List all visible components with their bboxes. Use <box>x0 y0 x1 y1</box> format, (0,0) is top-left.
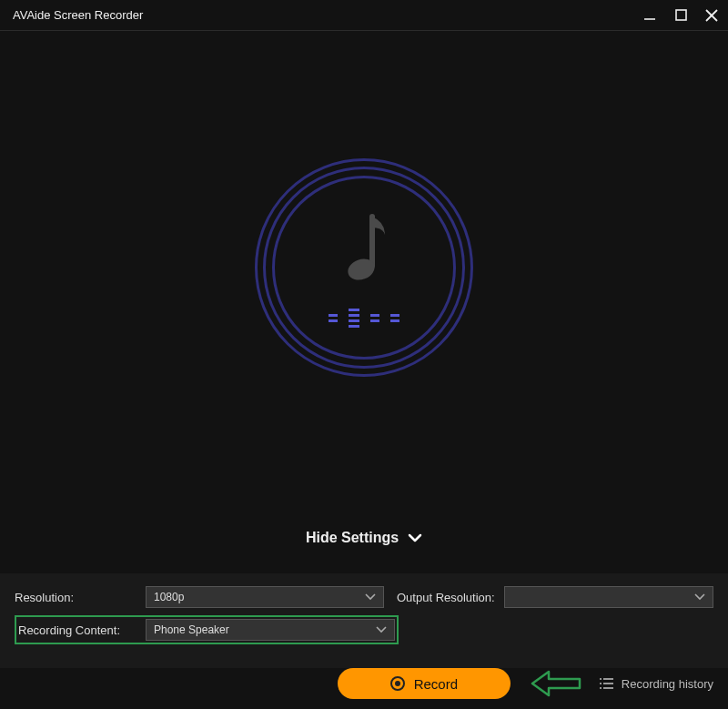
svg-point-9 <box>600 683 602 684</box>
settings-row-recording-content: Recording Content: Phone Speaker <box>15 615 713 644</box>
chevron-down-icon <box>376 626 387 633</box>
resolution-select[interactable]: 1080p <box>146 586 384 608</box>
window-controls <box>642 8 719 23</box>
maximize-icon <box>675 9 687 21</box>
recording-history-label: Recording history <box>622 677 713 691</box>
close-button[interactable] <box>704 8 719 23</box>
recording-content-label: Recording Content: <box>18 623 133 637</box>
list-icon <box>600 677 614 690</box>
settings-panel: Resolution: 1080p Output Resolution: Rec… <box>0 573 728 668</box>
chevron-down-icon <box>694 593 705 601</box>
recording-history-button[interactable]: Recording history <box>600 677 713 691</box>
arrow-annotation <box>529 668 581 699</box>
svg-rect-1 <box>676 10 686 20</box>
output-resolution-label: Output Resolution: <box>397 591 495 604</box>
chevron-down-icon <box>408 533 422 542</box>
settings-row-resolution: Resolution: 1080p Output Resolution: <box>15 586 713 608</box>
recording-content-select[interactable]: Phone Speaker <box>146 619 395 641</box>
bottom-bar: Record Recording history <box>0 668 728 699</box>
hide-settings-toggle[interactable]: Hide Settings <box>0 530 728 546</box>
arrow-left-icon <box>529 668 581 699</box>
record-icon <box>390 676 405 691</box>
titlebar: AVAide Screen Recorder <box>0 0 728 31</box>
maximize-button[interactable] <box>673 8 688 23</box>
equalizer-icon <box>329 309 399 328</box>
minimize-icon <box>643 9 656 22</box>
audio-visualizer <box>0 158 728 377</box>
minimize-button[interactable] <box>642 8 657 23</box>
recording-content-value: Phone Speaker <box>154 623 376 636</box>
close-icon <box>705 9 718 22</box>
record-button[interactable]: Record <box>338 668 511 699</box>
output-resolution-select[interactable] <box>504 586 713 608</box>
svg-point-8 <box>600 678 602 680</box>
hide-settings-label: Hide Settings <box>306 530 399 546</box>
music-note-icon <box>339 211 389 289</box>
record-label: Record <box>414 676 458 692</box>
visualizer-rings <box>255 158 473 377</box>
svg-point-10 <box>600 687 602 689</box>
recording-content-highlight: Recording Content: Phone Speaker <box>15 615 399 644</box>
chevron-down-icon <box>365 593 376 601</box>
resolution-value: 1080p <box>154 591 365 603</box>
app-title: AVAide Screen Recorder <box>13 8 642 22</box>
resolution-label: Resolution: <box>15 591 133 604</box>
output-resolution-group: Output Resolution: <box>397 586 713 608</box>
